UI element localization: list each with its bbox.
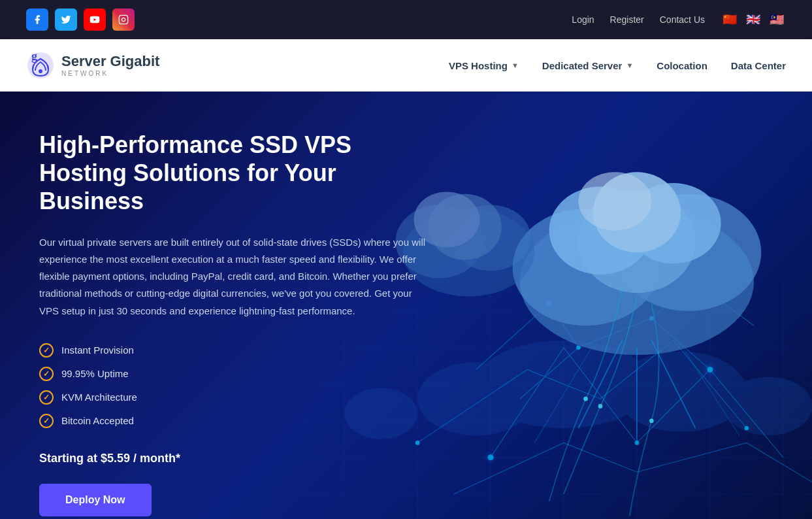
feature-label-bitcoin: Bitcoin Accepted xyxy=(61,415,134,426)
svg-point-58 xyxy=(649,418,654,423)
malay-flag[interactable]: 🇲🇾 xyxy=(768,13,786,26)
feature-bitcoin: Bitcoin Accepted xyxy=(39,414,431,428)
logo-name: Server Gigabit xyxy=(61,54,159,69)
logo-icon: g xyxy=(26,51,55,80)
feature-uptime: 99.95% Uptime xyxy=(39,367,431,381)
svg-point-59 xyxy=(583,397,588,401)
contact-us-link[interactable]: Contact Us xyxy=(660,14,705,25)
svg-point-38 xyxy=(483,450,498,465)
register-link[interactable]: Register xyxy=(610,14,644,25)
check-icon-uptime xyxy=(39,367,54,381)
dedicated-server-dropdown-icon: ▼ xyxy=(626,61,633,69)
svg-point-29 xyxy=(576,345,581,350)
facebook-icon[interactable] xyxy=(26,8,48,31)
hero-section: High-Performance SSD VPS Hosting Solutio… xyxy=(0,92,812,519)
check-icon-provision xyxy=(39,343,54,358)
nav-dedicated-server[interactable]: Dedicated Server ▼ xyxy=(542,60,633,71)
top-bar: Login Register Contact Us 🇨🇳 🇬🇧 🇲🇾 xyxy=(0,0,812,39)
svg-rect-1 xyxy=(119,15,127,24)
chinese-flag[interactable]: 🇨🇳 xyxy=(721,13,739,26)
main-navigation: g Server Gigabit NETWORK VPS Hosting ▼ D… xyxy=(0,39,812,92)
feature-list: Instant Provision 99.95% Uptime KVM Arch… xyxy=(39,343,431,428)
feature-instant-provision: Instant Provision xyxy=(39,343,431,358)
svg-point-35 xyxy=(745,426,749,431)
svg-point-46 xyxy=(578,172,651,231)
hero-content: High-Performance SSD VPS Hosting Solutio… xyxy=(39,131,431,516)
nav-vps-hosting[interactable]: VPS Hosting ▼ xyxy=(449,60,519,71)
feature-label-kvm: KVM Architecture xyxy=(61,392,137,403)
hero-title: High-Performance SSD VPS Hosting Solutio… xyxy=(39,131,431,216)
login-link[interactable]: Login xyxy=(572,14,594,25)
nav-data-center[interactable]: Data Center xyxy=(731,60,786,71)
feature-kvm: KVM Architecture xyxy=(39,390,431,405)
logo-text: Server Gigabit NETWORK xyxy=(61,54,159,76)
pricing-text: Starting at $5.59 / month* xyxy=(39,452,431,465)
instagram-icon[interactable] xyxy=(112,8,135,31)
feature-label-uptime: 99.95% Uptime xyxy=(61,368,129,379)
logo[interactable]: g Server Gigabit NETWORK xyxy=(26,51,159,80)
youtube-icon[interactable] xyxy=(84,8,106,31)
twitter-icon[interactable] xyxy=(55,8,77,31)
svg-point-57 xyxy=(598,404,603,409)
svg-point-23 xyxy=(724,377,812,436)
hero-description: Our virtual private servers are built en… xyxy=(39,234,431,320)
check-icon-bitcoin xyxy=(39,414,54,428)
nav-colocation[interactable]: Colocation xyxy=(657,60,707,71)
english-flag[interactable]: 🇬🇧 xyxy=(744,13,762,26)
svg-text:g: g xyxy=(31,51,37,63)
logo-sub: NETWORK xyxy=(61,70,159,77)
language-flags: 🇨🇳 🇬🇧 🇲🇾 xyxy=(721,13,786,26)
feature-label-provision: Instant Provision xyxy=(61,344,134,356)
svg-point-37 xyxy=(701,361,719,378)
nav-menu: VPS Hosting ▼ Dedicated Server ▼ Colocat… xyxy=(449,60,786,71)
deploy-now-button[interactable]: Deploy Now xyxy=(39,484,152,516)
svg-point-4 xyxy=(39,69,42,73)
check-icon-kvm xyxy=(39,390,54,405)
top-nav: Login Register Contact Us 🇨🇳 🇬🇧 🇲🇾 xyxy=(572,13,786,26)
vps-hosting-dropdown-icon: ▼ xyxy=(512,61,519,69)
social-icons xyxy=(26,8,135,31)
svg-point-22 xyxy=(615,351,747,431)
